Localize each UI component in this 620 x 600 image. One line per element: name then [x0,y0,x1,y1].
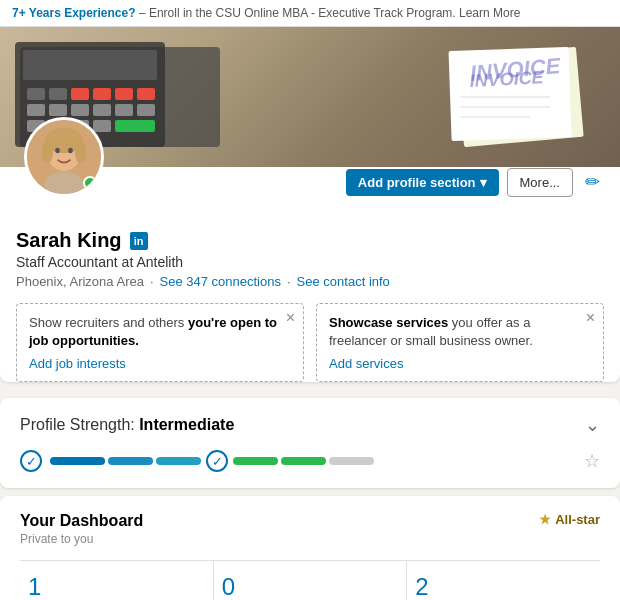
progress-seg-1 [50,457,105,465]
stat-search-appearances[interactable]: 2 Search appearances [407,561,600,600]
contact-info-link[interactable]: See contact info [297,274,390,289]
svg-rect-11 [93,104,111,116]
job-interests-text: Show recruiters and others you're open t… [29,314,291,350]
stat-search-appearances-number: 2 [415,573,592,600]
dropdown-arrow-icon: ▾ [480,175,487,190]
profile-header: Add profile section ▾ More... ✏ Sarah Ki… [0,217,620,289]
svg-rect-17 [93,120,111,132]
profile-name-row: Sarah King in [16,229,604,252]
svg-rect-7 [137,88,155,100]
edit-profile-button[interactable]: ✏ [581,167,604,197]
svg-rect-10 [71,104,89,116]
svg-point-31 [55,148,60,154]
svg-rect-18 [115,120,155,132]
profile-strength-card: Profile Strength: Intermediate ⌄ ✓ ✓ ☆ [0,398,620,488]
progress-check-left: ✓ [20,450,42,472]
svg-rect-4 [71,88,89,100]
info-boxes: × Show recruiters and others you're open… [16,303,604,382]
showcase-services-box: × Showcase services you offer as a freel… [316,303,604,382]
progress-segments: ✓ [50,456,576,466]
svg-rect-6 [115,88,133,100]
profile-card: INVOICE Add [0,27,620,382]
progress-seg-2 [108,457,153,465]
stat-article-views-number: 0 [222,573,399,600]
svg-rect-1 [23,50,157,80]
dashboard-subtitle: Private to you [20,532,600,546]
dashboard-stats: 1 Who's viewed your profile 0 Article vi… [20,560,600,600]
strength-header: Profile Strength: Intermediate ⌄ [20,414,600,436]
profile-actions: Add profile section ▾ More... ✏ [346,167,604,197]
add-services-link[interactable]: Add services [329,356,403,371]
all-star-label: All-star [555,512,600,527]
close-job-interests-button[interactable]: × [286,310,295,326]
profile-name: Sarah King [16,229,122,252]
add-profile-section-button[interactable]: Add profile section ▾ [346,169,499,196]
close-showcase-button[interactable]: × [586,310,595,326]
dashboard-title: Your Dashboard [20,512,143,530]
svg-text:INVOICE: INVOICE [469,67,545,91]
svg-rect-3 [49,88,67,100]
showcase-bold: Showcase services [329,315,452,330]
progress-bar: ✓ ✓ ☆ [20,450,600,472]
strength-title: Profile Strength: Intermediate [20,416,234,434]
stat-profile-views-number: 1 [28,573,205,600]
stat-profile-views[interactable]: 1 Who's viewed your profile [20,561,214,600]
svg-rect-20 [449,47,572,141]
dashboard-card: Your Dashboard ★ All-star Private to you… [0,496,620,600]
progress-seg-3 [156,457,201,465]
star-filled-icon: ★ [539,512,551,527]
job-interests-box: × Show recruiters and others you're open… [16,303,304,382]
profile-avatar [24,117,104,197]
job-interests-prefix: Show recruiters and others [29,315,188,330]
progress-seg-5 [281,457,326,465]
banner-text: – Enroll in the CSU Online MBA - Executi… [139,6,521,20]
banner-link[interactable]: 7+ Years Experience? [12,6,136,20]
svg-rect-8 [27,104,45,116]
svg-rect-2 [27,88,45,100]
profile-location: Phoenix, Arizona Area · See 347 connecti… [16,274,604,289]
svg-rect-12 [115,104,133,116]
profile-job-title: Staff Accountant at Antelith [16,254,604,270]
progress-star-icon[interactable]: ☆ [584,450,600,472]
showcase-text: Showcase services you offer as a freelan… [329,314,591,350]
svg-point-28 [42,141,53,163]
svg-point-29 [75,141,86,163]
progress-seg-6 [329,457,374,465]
strength-label-bold: Intermediate [139,416,234,433]
progress-check-mid: ✓ [206,450,228,472]
linkedin-badge-icon: in [130,232,148,250]
connections-link[interactable]: See 347 connections [160,274,281,289]
svg-point-32 [68,148,73,154]
strength-label-prefix: Profile Strength: [20,416,139,433]
add-job-interests-link[interactable]: Add job interests [29,356,126,371]
svg-rect-9 [49,104,67,116]
top-banner: 7+ Years Experience? – Enroll in the CSU… [0,0,620,27]
progress-seg-4 [233,457,278,465]
svg-rect-5 [93,88,111,100]
strength-collapse-button[interactable]: ⌄ [585,414,600,436]
svg-rect-13 [137,104,155,116]
all-star-badge: ★ All-star [539,512,600,527]
location-text: Phoenix, Arizona Area [16,274,144,289]
dashboard-header: Your Dashboard ★ All-star [20,512,600,530]
add-profile-section-label: Add profile section [358,175,476,190]
stat-article-views[interactable]: 0 Article views [214,561,408,600]
more-button[interactable]: More... [507,168,573,197]
